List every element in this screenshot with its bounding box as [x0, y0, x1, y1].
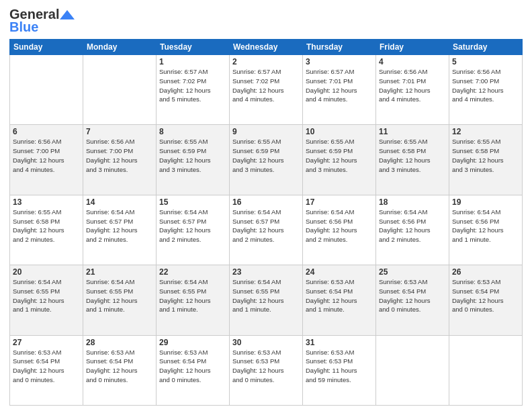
day-number: 13 [13, 197, 80, 207]
day-number: 22 [159, 267, 226, 277]
calendar-cell: 24Sunrise: 6:53 AM Sunset: 6:54 PM Dayli… [303, 265, 376, 335]
day-info: Sunrise: 6:55 AM Sunset: 6:59 PM Dayligh… [159, 137, 226, 174]
day-number: 9 [232, 127, 300, 136]
day-number: 8 [159, 127, 226, 136]
day-number: 18 [379, 197, 446, 207]
calendar-cell: 29Sunrise: 6:53 AM Sunset: 6:54 PM Dayli… [157, 335, 230, 405]
calendar-cell: 1Sunrise: 6:57 AM Sunset: 7:02 PM Daylig… [157, 55, 230, 125]
day-info: Sunrise: 6:54 AM Sunset: 6:57 PM Dayligh… [159, 208, 226, 244]
calendar-cell: 17Sunrise: 6:54 AM Sunset: 6:56 PM Dayli… [303, 195, 376, 265]
day-number: 27 [13, 338, 80, 347]
day-info: Sunrise: 6:54 AM Sunset: 6:56 PM Dayligh… [452, 208, 519, 244]
day-info: Sunrise: 6:53 AM Sunset: 6:54 PM Dayligh… [86, 348, 153, 385]
calendar-cell: 2Sunrise: 6:57 AM Sunset: 7:02 PM Daylig… [230, 55, 303, 125]
day-number: 15 [159, 197, 226, 207]
calendar-cell: 4Sunrise: 6:56 AM Sunset: 7:01 PM Daylig… [376, 55, 449, 125]
day-info: Sunrise: 6:54 AM Sunset: 6:55 PM Dayligh… [159, 277, 226, 314]
calendar-cell: 9Sunrise: 6:55 AM Sunset: 6:59 PM Daylig… [230, 125, 303, 195]
day-number: 28 [86, 338, 153, 347]
day-info: Sunrise: 6:56 AM Sunset: 7:00 PM Dayligh… [452, 67, 519, 104]
day-info: Sunrise: 6:57 AM Sunset: 7:02 PM Dayligh… [232, 67, 300, 104]
week-row-2: 6Sunrise: 6:56 AM Sunset: 7:00 PM Daylig… [10, 125, 523, 195]
day-number: 14 [86, 197, 153, 207]
calendar-cell [10, 55, 83, 125]
week-row-1: 1Sunrise: 6:57 AM Sunset: 7:02 PM Daylig… [10, 55, 523, 125]
calendar-cell [83, 55, 157, 125]
day-number: 21 [86, 267, 153, 277]
day-number: 23 [232, 267, 300, 277]
day-info: Sunrise: 6:53 AM Sunset: 6:53 PM Dayligh… [232, 348, 300, 385]
calendar-cell: 28Sunrise: 6:53 AM Sunset: 6:54 PM Dayli… [83, 335, 157, 405]
calendar-cell: 14Sunrise: 6:54 AM Sunset: 6:57 PM Dayli… [83, 195, 157, 265]
calendar-cell: 16Sunrise: 6:54 AM Sunset: 6:57 PM Dayli… [230, 195, 303, 265]
day-number: 20 [13, 267, 80, 277]
calendar-cell: 3Sunrise: 6:57 AM Sunset: 7:01 PM Daylig… [303, 55, 376, 125]
page: General Blue SundayMondayTuesdayWednesda… [0, 0, 532, 411]
day-number: 26 [452, 267, 519, 277]
calendar-cell: 26Sunrise: 6:53 AM Sunset: 6:54 PM Dayli… [449, 265, 523, 335]
day-number: 17 [306, 197, 373, 207]
calendar-cell: 6Sunrise: 6:56 AM Sunset: 7:00 PM Daylig… [10, 125, 83, 195]
day-number: 16 [232, 197, 300, 207]
calendar-cell: 31Sunrise: 6:53 AM Sunset: 6:53 PM Dayli… [303, 335, 376, 405]
calendar-cell [449, 335, 523, 405]
day-number: 6 [13, 127, 80, 136]
day-info: Sunrise: 6:53 AM Sunset: 6:54 PM Dayligh… [452, 277, 519, 314]
day-number: 30 [232, 338, 300, 347]
day-number: 10 [306, 127, 373, 136]
day-number: 12 [452, 127, 519, 136]
logo-icon [60, 10, 75, 19]
calendar-cell: 22Sunrise: 6:54 AM Sunset: 6:55 PM Dayli… [157, 265, 230, 335]
day-info: Sunrise: 6:55 AM Sunset: 6:59 PM Dayligh… [306, 137, 373, 174]
day-number: 24 [306, 267, 373, 277]
calendar-cell: 10Sunrise: 6:55 AM Sunset: 6:59 PM Dayli… [303, 125, 376, 195]
day-info: Sunrise: 6:55 AM Sunset: 6:58 PM Dayligh… [452, 137, 519, 174]
calendar-cell: 21Sunrise: 6:54 AM Sunset: 6:55 PM Dayli… [83, 265, 157, 335]
day-info: Sunrise: 6:55 AM Sunset: 6:58 PM Dayligh… [379, 137, 446, 174]
day-info: Sunrise: 6:53 AM Sunset: 6:54 PM Dayligh… [159, 348, 226, 385]
calendar-cell: 25Sunrise: 6:53 AM Sunset: 6:54 PM Dayli… [376, 265, 449, 335]
day-number: 5 [452, 57, 519, 66]
day-number: 2 [232, 57, 300, 66]
weekday-header-tuesday: Tuesday [157, 40, 230, 55]
day-info: Sunrise: 6:56 AM Sunset: 7:01 PM Dayligh… [379, 67, 446, 104]
day-info: Sunrise: 6:57 AM Sunset: 7:01 PM Dayligh… [306, 67, 373, 104]
calendar-cell: 8Sunrise: 6:55 AM Sunset: 6:59 PM Daylig… [157, 125, 230, 195]
day-number: 7 [86, 127, 153, 136]
week-row-5: 27Sunrise: 6:53 AM Sunset: 6:54 PM Dayli… [10, 335, 523, 405]
calendar-cell: 7Sunrise: 6:56 AM Sunset: 7:00 PM Daylig… [83, 125, 157, 195]
day-info: Sunrise: 6:54 AM Sunset: 6:56 PM Dayligh… [379, 208, 446, 244]
weekday-header-row: SundayMondayTuesdayWednesdayThursdayFrid… [10, 40, 523, 55]
day-number: 29 [159, 338, 226, 347]
weekday-header-friday: Friday [376, 40, 449, 55]
weekday-header-wednesday: Wednesday [230, 40, 303, 55]
day-info: Sunrise: 6:55 AM Sunset: 6:59 PM Dayligh… [232, 137, 300, 174]
day-info: Sunrise: 6:53 AM Sunset: 6:54 PM Dayligh… [306, 277, 373, 314]
day-info: Sunrise: 6:54 AM Sunset: 6:55 PM Dayligh… [86, 277, 153, 314]
calendar-table: SundayMondayTuesdayWednesdayThursdayFrid… [9, 39, 523, 406]
day-info: Sunrise: 6:54 AM Sunset: 6:56 PM Dayligh… [306, 208, 373, 244]
week-row-4: 20Sunrise: 6:54 AM Sunset: 6:55 PM Dayli… [10, 265, 523, 335]
calendar-cell: 13Sunrise: 6:55 AM Sunset: 6:58 PM Dayli… [10, 195, 83, 265]
day-info: Sunrise: 6:54 AM Sunset: 6:55 PM Dayligh… [13, 277, 80, 314]
calendar-cell: 27Sunrise: 6:53 AM Sunset: 6:54 PM Dayli… [10, 335, 83, 405]
calendar-cell: 20Sunrise: 6:54 AM Sunset: 6:55 PM Dayli… [10, 265, 83, 335]
header: General Blue [9, 7, 523, 35]
weekday-header-monday: Monday [83, 40, 157, 55]
calendar-cell: 15Sunrise: 6:54 AM Sunset: 6:57 PM Dayli… [157, 195, 230, 265]
calendar-cell: 11Sunrise: 6:55 AM Sunset: 6:58 PM Dayli… [376, 125, 449, 195]
day-number: 4 [379, 57, 446, 66]
logo-blue-text: Blue [9, 19, 38, 35]
day-info: Sunrise: 6:54 AM Sunset: 6:57 PM Dayligh… [86, 208, 153, 244]
day-info: Sunrise: 6:54 AM Sunset: 6:55 PM Dayligh… [232, 277, 300, 314]
weekday-header-thursday: Thursday [303, 40, 376, 55]
day-info: Sunrise: 6:54 AM Sunset: 6:57 PM Dayligh… [232, 208, 300, 244]
weekday-header-saturday: Saturday [449, 40, 523, 55]
calendar-cell: 19Sunrise: 6:54 AM Sunset: 6:56 PM Dayli… [449, 195, 523, 265]
calendar-cell: 12Sunrise: 6:55 AM Sunset: 6:58 PM Dayli… [449, 125, 523, 195]
day-info: Sunrise: 6:57 AM Sunset: 7:02 PM Dayligh… [159, 67, 226, 104]
day-number: 19 [452, 197, 519, 207]
day-number: 3 [306, 57, 373, 66]
day-info: Sunrise: 6:53 AM Sunset: 6:54 PM Dayligh… [379, 277, 446, 314]
calendar-cell: 18Sunrise: 6:54 AM Sunset: 6:56 PM Dayli… [376, 195, 449, 265]
